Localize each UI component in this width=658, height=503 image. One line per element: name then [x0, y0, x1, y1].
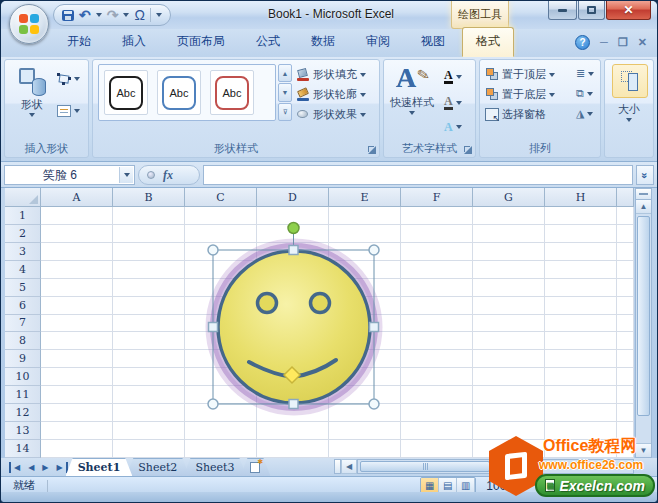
- scroll-up-icon[interactable]: ▲: [636, 200, 651, 214]
- redo-dropdown-icon[interactable]: [123, 13, 129, 17]
- column-header-A[interactable]: A: [41, 188, 113, 207]
- cell-D8[interactable]: [257, 332, 329, 350]
- cell-A6[interactable]: [41, 297, 113, 315]
- cell-E4[interactable]: [329, 261, 401, 279]
- cell-D4[interactable]: [257, 261, 329, 279]
- cell-G13[interactable]: [473, 422, 545, 440]
- text-effects-button[interactable]: A: [442, 120, 464, 134]
- cell-B4[interactable]: [113, 261, 185, 279]
- column-header-E[interactable]: E: [329, 188, 401, 207]
- column-header-B[interactable]: B: [113, 188, 185, 207]
- sheet-tab-Sheet3[interactable]: Sheet3: [183, 458, 246, 476]
- cell-B3[interactable]: [113, 243, 185, 261]
- tab-数据[interactable]: 数据: [297, 27, 349, 57]
- zoom-level[interactable]: 100%: [480, 479, 517, 493]
- cell-H3[interactable]: [545, 243, 617, 261]
- symbol-omega-icon[interactable]: Ω: [134, 8, 144, 22]
- cell-H12[interactable]: [545, 404, 617, 422]
- office-button[interactable]: [9, 4, 49, 44]
- row-header-12[interactable]: 12: [5, 404, 41, 422]
- horizontal-scrollbar[interactable]: ◀: [334, 459, 634, 474]
- quick-styles-button[interactable]: A✎ 快速样式: [388, 64, 436, 115]
- cell-E7[interactable]: [329, 315, 401, 333]
- shape-fill-button[interactable]: 形状填充: [296, 66, 376, 83]
- cell-C11[interactable]: [185, 386, 257, 404]
- cell-F3[interactable]: [401, 243, 473, 261]
- cell-A5[interactable]: [41, 279, 113, 297]
- save-icon[interactable]: [62, 10, 74, 21]
- vertical-scroll-thumb[interactable]: [637, 216, 650, 416]
- cell-G3[interactable]: [473, 243, 545, 261]
- column-header-G[interactable]: G: [473, 188, 545, 207]
- cell-A1[interactable]: [41, 207, 113, 225]
- cell-partial-4[interactable]: [617, 261, 634, 279]
- cell-D5[interactable]: [257, 279, 329, 297]
- scroll-left-icon[interactable]: ◀: [341, 459, 357, 474]
- cell-C14[interactable]: [185, 440, 257, 458]
- cell-D11[interactable]: [257, 386, 329, 404]
- column-header-D[interactable]: D: [257, 188, 329, 207]
- cell-F10[interactable]: [401, 368, 473, 386]
- normal-view-button[interactable]: ▦: [421, 478, 439, 493]
- formula-bar-expand-button[interactable]: »: [636, 165, 654, 185]
- row-header-8[interactable]: 8: [5, 332, 41, 350]
- undo-dropdown-icon[interactable]: [96, 13, 102, 17]
- page-layout-view-button[interactable]: ▤: [439, 478, 457, 493]
- selection-pane-button[interactable]: 选择窗格: [485, 106, 571, 123]
- cell-E10[interactable]: [329, 368, 401, 386]
- cell-G14[interactable]: [473, 440, 545, 458]
- cell-F9[interactable]: [401, 350, 473, 368]
- column-header-F[interactable]: F: [401, 188, 473, 207]
- name-box-dropdown[interactable]: [119, 167, 133, 183]
- cell-A7[interactable]: [41, 315, 113, 333]
- cell-G9[interactable]: [473, 350, 545, 368]
- size-label-button[interactable]: 大小: [605, 102, 653, 122]
- cell-E6[interactable]: [329, 297, 401, 315]
- cell-C1[interactable]: [185, 207, 257, 225]
- cell-partial-11[interactable]: [617, 386, 634, 404]
- row-header-11[interactable]: 11: [5, 386, 41, 404]
- cell-partial-3[interactable]: [617, 243, 634, 261]
- undo-icon[interactable]: ↶: [79, 8, 91, 22]
- first-sheet-icon[interactable]: ◀: [9, 462, 23, 473]
- workbook-minimize-icon[interactable]: ─: [600, 37, 608, 48]
- cell-B11[interactable]: [113, 386, 185, 404]
- column-header-H[interactable]: H: [545, 188, 617, 207]
- cell-H6[interactable]: [545, 297, 617, 315]
- gallery-up-icon[interactable]: ▲: [278, 64, 292, 82]
- restore-button[interactable]: [578, 1, 605, 20]
- fx-icon[interactable]: fx: [163, 168, 173, 183]
- cell-F6[interactable]: [401, 297, 473, 315]
- cell-C13[interactable]: [185, 422, 257, 440]
- cell-H4[interactable]: [545, 261, 617, 279]
- cell-B9[interactable]: [113, 350, 185, 368]
- cell-F5[interactable]: [401, 279, 473, 297]
- workbook-close-icon[interactable]: ✕: [638, 37, 647, 48]
- cell-partial-13[interactable]: [617, 422, 634, 440]
- cell-F8[interactable]: [401, 332, 473, 350]
- cell-C4[interactable]: [185, 261, 257, 279]
- cell-G7[interactable]: [473, 315, 545, 333]
- cell-E8[interactable]: [329, 332, 401, 350]
- row-header-2[interactable]: 2: [5, 225, 41, 243]
- cell-G4[interactable]: [473, 261, 545, 279]
- cell-D13[interactable]: [257, 422, 329, 440]
- cell-F1[interactable]: [401, 207, 473, 225]
- text-outline-button[interactable]: A: [442, 94, 464, 111]
- row-header-3[interactable]: 3: [5, 243, 41, 261]
- cell-G10[interactable]: [473, 368, 545, 386]
- cell-H7[interactable]: [545, 315, 617, 333]
- column-header-partial[interactable]: [617, 188, 634, 207]
- cell-F7[interactable]: [401, 315, 473, 333]
- cell-A12[interactable]: [41, 404, 113, 422]
- align-button[interactable]: ≣: [574, 67, 596, 80]
- shape-style-thumbnail-3[interactable]: Abc: [210, 70, 254, 115]
- cell-F4[interactable]: [401, 261, 473, 279]
- text-box-button[interactable]: [55, 104, 82, 118]
- row-header-9[interactable]: 9: [5, 350, 41, 368]
- cell-E14[interactable]: [329, 440, 401, 458]
- last-sheet-icon[interactable]: ▶: [53, 462, 67, 473]
- workbook-restore-icon[interactable]: ❐: [618, 37, 628, 48]
- cell-B2[interactable]: [113, 225, 185, 243]
- cell-A11[interactable]: [41, 386, 113, 404]
